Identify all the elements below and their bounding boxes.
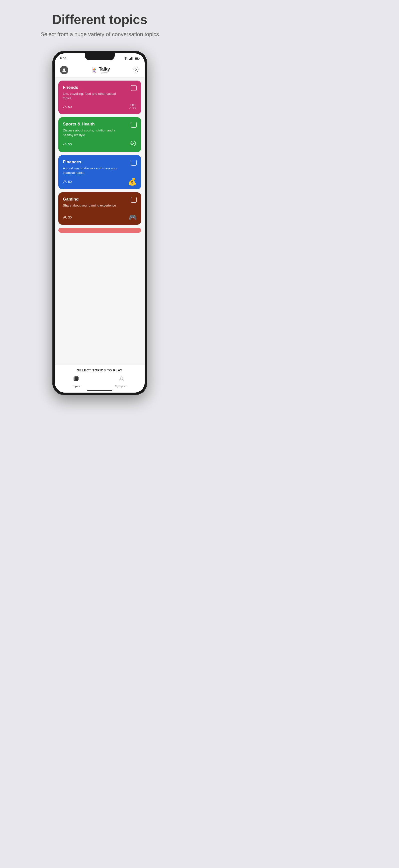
sports-count-num: 50 bbox=[68, 143, 71, 146]
svg-rect-12 bbox=[64, 143, 66, 145]
status-time: 9:00 bbox=[60, 56, 66, 60]
svg-rect-3 bbox=[132, 57, 133, 60]
friends-title: Friends bbox=[63, 85, 123, 90]
friends-emoji bbox=[129, 103, 137, 111]
page-subtitle: Select from a huge variety of conversati… bbox=[41, 31, 159, 38]
myspace-tab-label: My Space bbox=[115, 384, 127, 388]
svg-rect-1 bbox=[130, 58, 131, 60]
topic-card-gaming[interactable]: Gaming Share about your gaming experienc… bbox=[58, 192, 141, 225]
sports-checkbox[interactable] bbox=[131, 122, 137, 128]
battery-icon bbox=[135, 57, 140, 60]
svg-rect-5 bbox=[139, 58, 140, 59]
phone-frame: 9:00 bbox=[52, 51, 147, 395]
svg-point-13 bbox=[133, 143, 133, 144]
signal-icon bbox=[129, 57, 133, 60]
svg-point-11 bbox=[133, 104, 135, 106]
status-bar: 9:00 bbox=[55, 53, 145, 63]
finances-emoji: 💰 bbox=[128, 178, 137, 186]
sports-count: 50 bbox=[63, 143, 71, 146]
svg-rect-6 bbox=[135, 57, 139, 59]
topics-tab-label: Topics bbox=[72, 384, 80, 388]
svg-point-8 bbox=[135, 69, 136, 70]
phone-screen: 9:00 bbox=[55, 53, 145, 393]
svg-rect-15 bbox=[64, 216, 66, 217]
partial-card bbox=[58, 228, 141, 233]
finances-desc: A good way to discuss and share your fin… bbox=[63, 166, 123, 175]
topics-icon bbox=[73, 376, 80, 383]
svg-point-7 bbox=[63, 68, 65, 70]
sports-emoji bbox=[130, 140, 137, 149]
gaming-count-num: 30 bbox=[68, 216, 71, 219]
topic-card-sports[interactable]: Sports & Health Discuss about sports, nu… bbox=[58, 117, 141, 152]
gaming-checkbox[interactable] bbox=[131, 197, 137, 203]
home-indicator bbox=[87, 390, 112, 391]
svg-point-19 bbox=[120, 377, 122, 379]
user-avatar-icon[interactable] bbox=[60, 66, 68, 74]
tab-myspace[interactable]: My Space bbox=[108, 375, 135, 389]
gaming-emoji: 🎮 bbox=[129, 214, 137, 221]
app-header: 🃏 Talky games bbox=[55, 63, 145, 78]
gaming-desc: Share about your gaming experience bbox=[63, 203, 116, 208]
sports-title: Sports & Health bbox=[63, 122, 123, 127]
gaming-count: 30 bbox=[63, 216, 71, 219]
topic-card-finances[interactable]: Finances A good way to discuss and share… bbox=[58, 155, 141, 189]
svg-rect-0 bbox=[129, 59, 130, 60]
app-logo: 🃏 Talky games bbox=[91, 67, 110, 73]
wifi-icon bbox=[124, 57, 128, 60]
gaming-title: Gaming bbox=[63, 197, 116, 202]
finances-checkbox[interactable] bbox=[131, 160, 137, 166]
myspace-icon bbox=[118, 376, 124, 383]
tab-topics[interactable]: Topics bbox=[65, 375, 88, 389]
friends-checkbox[interactable] bbox=[131, 85, 137, 91]
friends-desc: Life, travelling, food and other casual … bbox=[63, 92, 123, 100]
svg-rect-2 bbox=[131, 57, 132, 60]
friends-count: 50 bbox=[63, 105, 71, 109]
topics-list[interactable]: Friends Life, travelling, food and other… bbox=[55, 78, 145, 365]
svg-point-10 bbox=[131, 104, 133, 106]
finances-count-num: 50 bbox=[68, 180, 71, 184]
page-title: Different topics bbox=[41, 12, 159, 27]
svg-rect-18 bbox=[75, 377, 78, 381]
settings-icon[interactable] bbox=[133, 67, 140, 73]
logo-text: Talky games bbox=[99, 67, 110, 73]
phone-mockup: 9:00 bbox=[52, 51, 147, 395]
bottom-navigation: SELECT TOPICS TO PLAY Topics bbox=[55, 365, 145, 393]
friends-count-num: 50 bbox=[68, 105, 71, 109]
finances-count: 50 bbox=[63, 180, 71, 184]
status-icons bbox=[124, 57, 140, 60]
nav-tabs: Topics My Space bbox=[55, 375, 145, 389]
sports-desc: Discuss about sports, nutrition and a he… bbox=[63, 128, 123, 137]
select-topics-label: SELECT TOPICS TO PLAY bbox=[55, 367, 145, 375]
finances-title: Finances bbox=[63, 160, 123, 165]
topic-card-friends[interactable]: Friends Life, travelling, food and other… bbox=[58, 81, 141, 114]
svg-rect-9 bbox=[64, 106, 66, 107]
svg-rect-14 bbox=[64, 181, 66, 182]
logo-cards-icon: 🃏 bbox=[91, 67, 97, 73]
